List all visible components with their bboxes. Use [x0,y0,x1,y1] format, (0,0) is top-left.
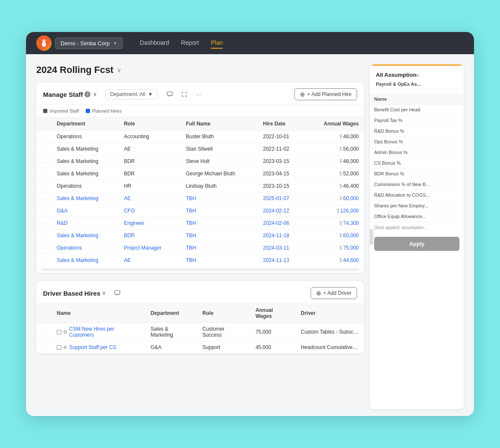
assumption-name-cell: CS Bonus % [370,158,464,169]
svg-rect-2 [167,92,172,96]
hiredate-col-header: Hire Date [258,117,305,131]
driver-row-checkbox[interactable] [57,330,61,335]
driver-driver-cell: Headcount Cumulative # ◦ Sales & Marketi… [296,341,364,354]
dept-filter-chevron-icon: ▼ [148,91,153,97]
driver-comment-icon[interactable] [112,288,123,299]
assumption-table-row[interactable]: Ops Bonus % [370,137,464,147]
driver-dept-cell: G&A [145,341,197,354]
driver-dept-cell: Sales & Marketing [145,323,197,341]
manage-staff-chevron-icon[interactable]: ∨ [93,91,97,97]
dept-cell: R&D [52,217,119,230]
add-driver-button[interactable]: ⊕ + Add Driver [311,287,357,299]
manage-staff-card: Manage Staff i ∨ Department: All ▼ [36,82,364,273]
main-content: 2024 Rolling Fcst ∨ Manage Staff i ∨ Dep… [26,54,474,416]
driver-settings-icon[interactable]: ⚙ [63,329,67,335]
driver-settings-icon[interactable]: ⚙ [63,345,67,350]
assumption-name-cell: R&D Allocation to COGS... [370,190,464,201]
staff-table-row[interactable]: ···· Operations HR Lindsay Bluth 2023-10… [36,180,364,192]
driver-drag-handle: ···· [36,323,52,341]
driver-table-header-row: Name Department Role Annual Wages Driver [36,304,364,323]
staff-table-row[interactable]: ···· G&A CFO TBH 2024-02-12 $126,000 [36,205,364,217]
drag-col-header [36,117,52,131]
assumptions-subtitle: Payroll & OpEx As... [376,81,458,90]
staff-table-row[interactable]: ···· Sales & Marketing AE TBH 2025-01-07… [36,192,364,205]
drag-handle: ···· [36,217,52,230]
fullname-cell: Stan Sitwell [181,143,258,155]
assumption-name-cell: R&D Bonus % [370,126,464,137]
dept-cell: Sales & Marketing [52,155,119,168]
hiredate-cell: 2023-03-15 [258,155,305,168]
driver-name-cell: ⚙ CSM New Hires per Customers [52,323,145,341]
assumption-table-row[interactable]: Office Equip Allowance... [370,211,464,222]
assumption-table-body: Benefit Cost per HeadPayroll Tax %R&D Bo… [370,105,464,222]
company-selector[interactable]: Demo - Simba Corp ▼ [55,38,123,49]
assumption-name-cell: Admin Bonus % [370,147,464,158]
dept-cell: Sales & Marketing [52,168,119,180]
assumption-table-row[interactable]: Admin Bonus % [370,147,464,158]
hiredate-cell: 2023-10-15 [258,180,305,192]
comment-icon[interactable] [164,89,175,100]
add-planned-hire-button[interactable]: ⊕ + Add Planned Hire [294,88,357,100]
wages-cell: $60,000 [305,230,364,242]
panel-collapse-toggle[interactable]: › [370,229,373,244]
horizontal-scrollbar[interactable] [41,268,359,271]
staff-table-header-row: Department Role Full Name Hire Date Annu… [36,117,364,131]
driver-wages-cell: 45,000 [250,341,296,354]
drag-handle: ···· [36,192,52,205]
driver-role-col: Role [197,304,250,323]
more-options-icon[interactable]: ··· [193,89,204,100]
role-cell: Engineer [119,217,180,230]
dept-cell: Sales & Marketing [52,254,119,267]
assumption-name-cell: Payroll Tax % [370,115,464,126]
role-cell: AE [119,254,180,267]
drag-handle: ···· [36,254,52,267]
role-cell: Project Manager [119,242,180,254]
staff-table-row[interactable]: ···· Sales & Marketing BDR Steve Holt 20… [36,155,364,168]
nav-plan[interactable]: Plan [211,38,223,49]
assumption-name-cell: Shares per New Employ... [370,201,464,211]
staff-table-row[interactable]: ···· R&D Engineer TBH 2024-02-06 $74,300 [36,217,364,230]
wages-cell: $48,000 [305,131,364,143]
assumption-table-row[interactable]: R&D Bonus % [370,126,464,137]
drag-handle: ···· [36,155,52,168]
assumption-table-row[interactable]: BDR Bonus % [370,169,464,179]
assumption-table: Name Benefit Cost per HeadPayroll Tax %R… [370,94,464,222]
role-col-header: Role [119,117,180,131]
legend-imported-square [43,109,47,113]
driver-hires-header: Driver Based Hires ∨ ⊕ + Add Driver [36,281,364,304]
dept-cell: Operations [52,131,119,143]
staff-table-row[interactable]: ···· Operations Accounting Buster Bluth … [36,131,364,143]
assumptions-header: All Assumptionn Payroll & OpEx As... [370,64,464,94]
wages-cell: $48,000 [305,155,364,168]
drag-handle: ···· [36,180,52,192]
dept-filter[interactable]: Department: All ▼ [105,89,157,99]
driver-table-row[interactable]: ···· ⚙ CSM New Hires per Customers Sales… [36,323,364,341]
staff-table-row[interactable]: ···· Sales & Marketing BDR TBH 2024-11-1… [36,230,364,242]
info-icon[interactable]: i [84,91,90,97]
driver-dept-col: Department [145,304,197,323]
plus-icon: ⊕ [300,91,305,98]
fullname-cell: TBH [181,205,258,217]
driver-wages-col: Annual Wages [250,304,296,323]
staff-table-row[interactable]: ···· Operations Project Manager TBH 2024… [36,242,364,254]
assumption-table-row[interactable]: Payroll Tax % [370,115,464,126]
driver-table-row[interactable]: ···· ⚙ Support Staff per CS G&A Support … [36,341,364,354]
nav-report[interactable]: Report [181,38,199,49]
hiredate-cell: 2022-10-01 [258,131,305,143]
assumption-table-row[interactable]: Commission % of New B... [370,179,464,190]
driver-row-checkbox[interactable] [57,345,61,350]
staff-table-row[interactable]: ···· Sales & Marketing AE TBH 2024-11-13… [36,254,364,267]
nav-dashboard[interactable]: Dashboard [140,38,169,49]
app-logo [36,35,52,51]
fullname-cell: TBH [181,242,258,254]
assumption-table-row[interactable]: R&D Allocation to COGS... [370,190,464,201]
staff-table-row[interactable]: ···· Sales & Marketing BDR George Michae… [36,168,364,180]
staff-table-row[interactable]: ···· Sales & Marketing AE Stan Sitwell 2… [36,143,364,155]
expand-icon[interactable] [179,89,190,100]
assumption-table-row[interactable]: Shares per New Employ... [370,201,464,211]
assumption-table-row[interactable]: CS Bonus % [370,158,464,169]
driver-chevron-icon[interactable]: ∨ [102,290,106,296]
assumption-table-row[interactable]: Benefit Cost per Head [370,105,464,115]
title-chevron-icon[interactable]: ∨ [117,67,121,73]
apply-button[interactable]: Apply [374,237,459,251]
